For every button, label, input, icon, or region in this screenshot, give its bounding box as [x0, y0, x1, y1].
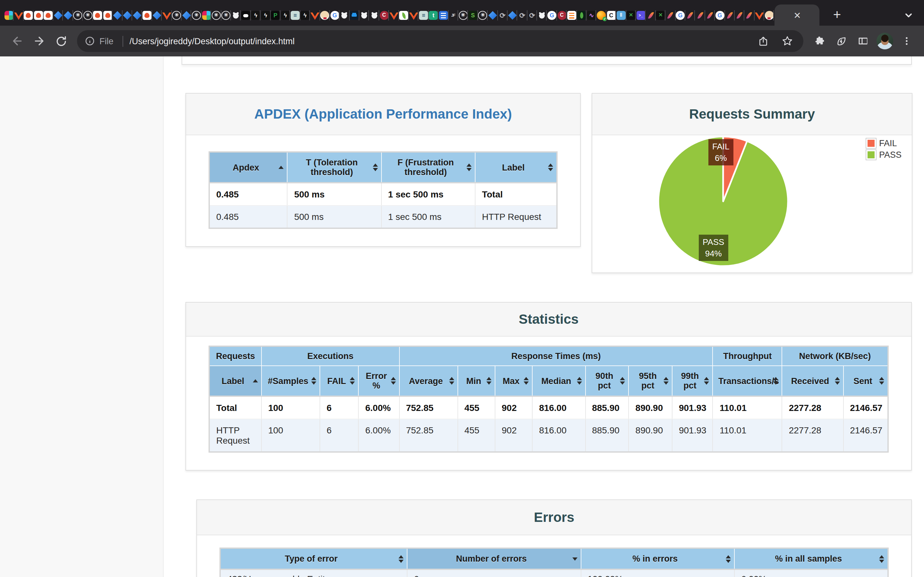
profile-avatar[interactable]	[877, 33, 893, 49]
browser-tab-apache[interactable]	[646, 5, 656, 26]
browser-tab-google[interactable]	[675, 5, 685, 26]
statistics-column-median[interactable]: Median	[532, 366, 585, 396]
browser-tab-prometheus[interactable]	[33, 5, 43, 26]
browser-tab-prometheus[interactable]	[103, 5, 113, 26]
statistics-column-transactions-s[interactable]: Transactions/s	[713, 366, 782, 396]
browser-tab-jira[interactable]	[113, 5, 123, 26]
statistics-column-90th-pct[interactable]: 90th pct	[585, 366, 628, 396]
browser-tab-parallels[interactable]	[616, 5, 626, 26]
browser-tab-stackoverflow[interactable]	[567, 5, 577, 26]
browser-tab-apache[interactable]	[666, 5, 675, 26]
statistics-column-error[interactable]: Error %	[359, 366, 399, 396]
browser-tab-gitlab[interactable]	[162, 5, 172, 26]
statistics-column-99th-pct[interactable]: 99th pct	[672, 366, 713, 396]
browser-tab-bolt[interactable]	[300, 5, 310, 26]
browser-tab-gitlab[interactable]	[14, 5, 24, 26]
statistics-column-average[interactable]: Average	[399, 366, 457, 396]
browser-tab-gitlab[interactable]	[389, 5, 399, 26]
browser-tab-springs[interactable]	[468, 5, 478, 26]
browser-tab-gitlab[interactable]	[754, 5, 764, 26]
statistics-column-sent[interactable]: Sent	[843, 366, 888, 396]
browser-tab-apache[interactable]	[705, 5, 715, 26]
browser-tab-warp[interactable]	[636, 5, 646, 26]
back-button[interactable]	[6, 30, 28, 52]
statistics-column-max[interactable]: Max	[495, 366, 532, 396]
browser-tab-wave[interactable]	[586, 5, 596, 26]
browser-tab-cassandra[interactable]	[379, 5, 389, 26]
browser-tab-jira[interactable]	[182, 5, 192, 26]
statistics-column-label[interactable]: Label	[209, 366, 262, 396]
tab-close-icon[interactable]: ✕	[793, 10, 801, 20]
browser-tab-prometheus[interactable]	[24, 5, 34, 26]
browser-tab-github[interactable]	[537, 5, 547, 26]
errors-column-in-all-samples[interactable]: % in all samples	[734, 548, 888, 569]
bookmark-star-icon[interactable]	[776, 30, 798, 52]
browser-tab-xterm[interactable]	[656, 5, 666, 26]
browser-tab-jira[interactable]	[63, 5, 73, 26]
statistics-column-95th-pct[interactable]: 95th pct	[629, 366, 672, 396]
browser-tab-apache[interactable]	[745, 5, 754, 26]
browser-tab-postman[interactable]	[270, 5, 280, 26]
browser-tab-prometheus[interactable]	[93, 5, 103, 26]
browser-tab-jenkins[interactable]	[764, 5, 774, 26]
browser-tab-refresh[interactable]	[498, 5, 507, 26]
browser-tab-kubernetes[interactable]	[221, 5, 231, 26]
browser-tab-kubernetes[interactable]	[192, 5, 202, 26]
browser-tab-jira[interactable]	[507, 5, 517, 26]
browser-tab-clang[interactable]	[606, 5, 616, 26]
browser-tab-prometheus[interactable]	[142, 5, 152, 26]
errors-column-type-of-error[interactable]: Type of error	[220, 548, 407, 569]
browser-tab-spring[interactable]	[399, 5, 409, 26]
browser-tab-gitlab[interactable]	[310, 5, 320, 26]
new-tab-button[interactable]: +	[827, 5, 846, 24]
browser-tab-apache[interactable]	[735, 5, 745, 26]
share-button[interactable]	[752, 30, 774, 52]
browser-tab-google[interactable]	[330, 5, 340, 26]
browser-tab-gitlab[interactable]	[409, 5, 419, 26]
browser-tab-prometheus[interactable]	[43, 5, 53, 26]
browser-tab-docs[interactable]	[438, 5, 448, 26]
browser-tab-kubernetes[interactable]	[211, 5, 221, 26]
tab-search-chevron-icon[interactable]	[903, 10, 914, 21]
browser-tab-apache[interactable]	[695, 5, 705, 26]
browser-tab-kubernetes[interactable]	[478, 5, 488, 26]
errors-column-in-errors[interactable]: % in errors	[581, 548, 734, 569]
errors-column-number-of-errors[interactable]: Number of errors	[407, 548, 581, 569]
browser-tab-google[interactable]	[547, 5, 557, 26]
kebab-menu-icon[interactable]	[896, 30, 918, 52]
extensions-puzzle-icon[interactable]	[809, 30, 830, 52]
reload-button[interactable]	[50, 30, 72, 52]
browser-tab-github[interactable]	[369, 5, 379, 26]
browser-tab-slack[interactable]	[202, 5, 212, 26]
apdex-column-f-frustration-threshold[interactable]: F (Frustration threshold)	[381, 152, 475, 183]
apdex-column-t-toleration-threshold[interactable]: T (Toleration threshold)	[288, 152, 381, 183]
browser-tab-apache[interactable]	[685, 5, 695, 26]
browser-tab-jira[interactable]	[488, 5, 498, 26]
browser-tab-jira[interactable]	[122, 5, 132, 26]
browser-tab-slack[interactable]	[4, 5, 14, 26]
statistics-column-samples[interactable]: #Samples	[262, 366, 320, 396]
browser-tab-github[interactable]	[340, 5, 350, 26]
url-text[interactable]: /Users/jogireddy/Desktop/output/index.ht…	[129, 36, 752, 46]
info-icon[interactable]	[85, 36, 95, 46]
browser-tab-bolt[interactable]	[260, 5, 270, 26]
apdex-column-label[interactable]: Label	[475, 152, 557, 183]
browser-tab-refresh[interactable]	[527, 5, 537, 26]
browser-tab-jira[interactable]	[152, 5, 162, 26]
browser-tab-jira[interactable]	[53, 5, 63, 26]
browser-tab-kubernetes[interactable]	[83, 5, 93, 26]
forward-button[interactable]	[28, 30, 50, 52]
browser-tab-sqlite[interactable]	[419, 5, 429, 26]
browser-tab-jira[interactable]	[132, 5, 142, 26]
browser-tab-jfrog[interactable]	[448, 5, 458, 26]
browser-tab-firefox[interactable]	[596, 5, 606, 26]
statistics-column-min[interactable]: Min	[457, 366, 495, 396]
address-bar[interactable]: File /Users/jogireddy/Desktop/output/ind…	[77, 30, 803, 52]
browser-tab-github[interactable]	[359, 5, 369, 26]
browser-tab-kubernetes[interactable]	[172, 5, 182, 26]
browser-tab-kubernetes[interactable]	[458, 5, 468, 26]
browser-tab-mongodb[interactable]	[577, 5, 586, 26]
browser-tab-kubernetes[interactable]	[73, 5, 83, 26]
browser-tab-cassandra[interactable]	[557, 5, 567, 26]
browser-tab-jenkins[interactable]	[320, 5, 330, 26]
